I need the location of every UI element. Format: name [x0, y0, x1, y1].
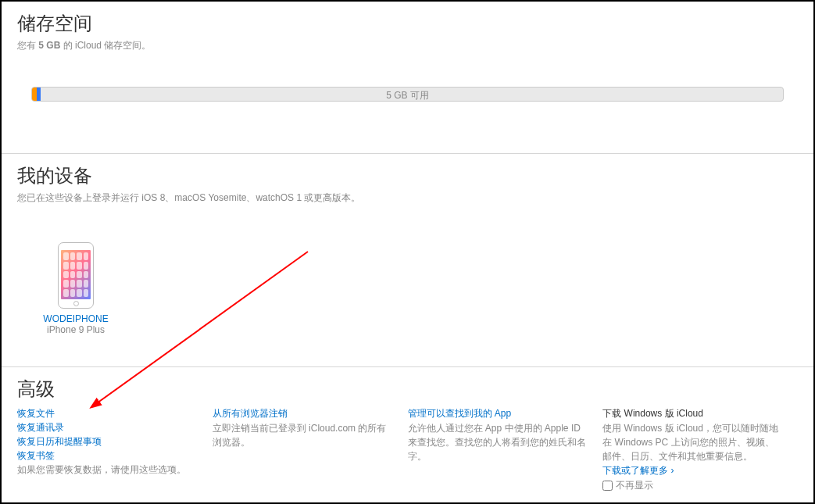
- download-windows-icloud-heading: 下载 Windows 版 iCloud: [602, 406, 782, 420]
- advanced-col-restore: 恢复文件 恢复通讯录 恢复日历和提醒事项 恢复书签 如果您需要恢复数据，请使用这…: [17, 406, 213, 492]
- do-not-show-checkbox[interactable]: [602, 481, 613, 491]
- storage-section: 储存空间 您有 5 GB 的 iCloud 储存空间。 5 GB 可用: [2, 2, 813, 154]
- signout-desc: 立即注销当前已登录到 iCloud.com 的所有浏览器。: [213, 421, 392, 449]
- device-model-label: iPhone 9 Plus: [33, 324, 119, 335]
- restore-contacts-link[interactable]: 恢复通讯录: [17, 420, 197, 434]
- iphone-icon: [58, 242, 94, 309]
- download-learn-more-link[interactable]: 下载或了解更多 ›: [602, 463, 782, 477]
- device-item[interactable]: WODEIPHONE iPhone 9 Plus: [33, 242, 119, 335]
- restore-desc: 如果您需要恢复数据，请使用这些选项。: [17, 463, 197, 477]
- manage-lookup-apps-link[interactable]: 管理可以查找到我的 App: [408, 406, 588, 420]
- advanced-section: 高级 恢复文件 恢复通讯录 恢复日历和提醒事项 恢复书签 如果您需要恢复数据，请…: [2, 367, 813, 504]
- storage-bar: 5 GB 可用: [31, 87, 784, 102]
- restore-calendars-link[interactable]: 恢复日历和提醒事项: [17, 434, 197, 449]
- restore-bookmarks-link[interactable]: 恢复书签: [17, 449, 197, 463]
- windows-icloud-desc: 使用 Windows 版 iCloud，您可以随时随地在 Windows PC …: [602, 421, 782, 463]
- advanced-col-signout: 从所有浏览器注销 立即注销当前已登录到 iCloud.com 的所有浏览器。: [213, 406, 408, 492]
- devices-section: 我的设备 您已在这些设备上登录并运行 iOS 8、macOS Yosemite、…: [2, 154, 813, 367]
- advanced-col-manage-apps: 管理可以查找到我的 App 允许他人通过您在 App 中使用的 Apple ID…: [408, 406, 603, 492]
- do-not-show-label: 不再显示: [616, 478, 653, 492]
- advanced-title: 高级: [17, 377, 798, 402]
- manage-apps-desc: 允许他人通过您在 App 中使用的 Apple ID 来查找您。查找您的人将看到…: [408, 421, 588, 463]
- advanced-col-windows: 下载 Windows 版 iCloud 使用 Windows 版 iCloud，…: [602, 406, 798, 492]
- devices-title: 我的设备: [17, 163, 798, 188]
- devices-subtitle: 您已在这些设备上登录并运行 iOS 8、macOS Yosemite、watch…: [17, 191, 798, 205]
- signout-all-browsers-link[interactable]: 从所有浏览器注销: [213, 406, 392, 420]
- restore-files-link[interactable]: 恢复文件: [17, 406, 197, 420]
- storage-available-label: 5 GB 可用: [32, 89, 783, 102]
- storage-subtitle: 您有 5 GB 的 iCloud 储存空间。: [17, 39, 798, 52]
- device-name-link[interactable]: WODEIPHONE: [33, 313, 119, 324]
- do-not-show-again-row[interactable]: 不再显示: [602, 478, 782, 492]
- storage-title: 储存空间: [17, 11, 798, 36]
